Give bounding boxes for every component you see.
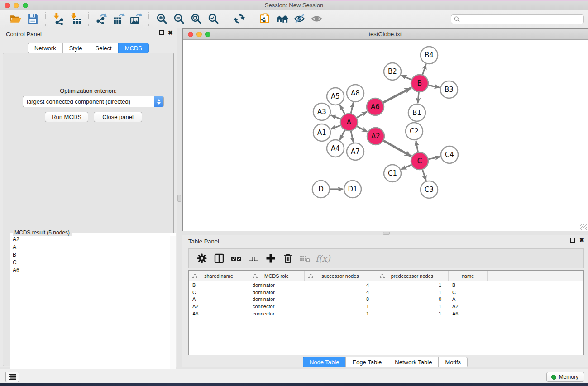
export-network-button[interactable] — [93, 11, 110, 27]
delete-row-button[interactable] — [279, 250, 296, 267]
delete-table-button[interactable] — [296, 250, 314, 267]
edge-A-A5[interactable] — [340, 105, 345, 115]
tab-mcds[interactable]: MCDS — [118, 43, 149, 53]
memory-button[interactable]: Memory — [546, 372, 584, 382]
window-resize-grip[interactable] — [580, 224, 587, 230]
result-item[interactable]: C — [10, 259, 169, 267]
edge-B-B1[interactable] — [418, 91, 419, 103]
edge-C-C3[interactable] — [422, 168, 426, 181]
horizontal-splitter-handle[interactable] — [383, 232, 390, 235]
edge-B-B4[interactable] — [422, 64, 426, 76]
tab-motifs[interactable]: Motifs — [438, 357, 468, 367]
cell-name[interactable]: C — [449, 290, 488, 295]
node-D[interactable]: D — [312, 181, 330, 198]
node-A5[interactable]: A5 — [327, 88, 344, 105]
criterion-dropdown[interactable]: largest connected component (directed) — [23, 96, 164, 107]
tab-node-table[interactable]: Node Table — [303, 357, 346, 367]
edge-A-A8[interactable] — [351, 103, 354, 115]
table-row-C[interactable]: Cdominator41C — [189, 289, 583, 296]
import-table-button[interactable] — [67, 11, 84, 27]
edge-A-A3[interactable] — [331, 115, 342, 119]
table-row-A2[interactable]: A2connector11A2 — [189, 303, 583, 310]
node-A8[interactable]: A8 — [347, 85, 364, 102]
tab-network-table[interactable]: Network Table — [388, 357, 438, 367]
network-minimize-button[interactable] — [196, 32, 202, 37]
cell-successor-nodes[interactable]: 4 — [305, 282, 376, 288]
cell-successor-nodes[interactable]: 1 — [305, 304, 376, 309]
run-mcds-button[interactable]: Run MCDS — [45, 112, 88, 122]
cell-MCDS-role[interactable]: dominator — [249, 290, 305, 295]
result-scrollbar[interactable] — [170, 236, 176, 386]
cell-predecessor-nodes[interactable]: 1 — [376, 282, 449, 288]
cell-shared-name[interactable]: B — [189, 282, 249, 288]
edge-A2-C[interactable] — [382, 140, 411, 156]
cell-shared-name[interactable]: A — [189, 296, 249, 302]
cell-name[interactable]: B — [449, 282, 488, 288]
zoom-out-button[interactable] — [170, 11, 187, 27]
node-B1[interactable]: B1 — [408, 104, 425, 121]
cell-shared-name[interactable]: A2 — [189, 304, 249, 309]
node-C4[interactable]: C4 — [441, 146, 458, 163]
deselect-all-button[interactable] — [245, 250, 262, 267]
cell-MCDS-role[interactable]: connector — [249, 311, 305, 316]
tab-network[interactable]: Network — [28, 43, 62, 53]
tab-select[interactable]: Select — [89, 43, 118, 53]
float-table-panel-icon[interactable] — [570, 238, 575, 243]
zoom-selected-button[interactable] — [205, 11, 222, 27]
result-item[interactable]: A2 — [10, 236, 169, 243]
edge-C-C4[interactable] — [427, 157, 440, 159]
cell-predecessor-nodes[interactable]: 1 — [376, 304, 449, 309]
hide-visibility-button[interactable] — [291, 11, 308, 27]
edge-C-C2[interactable] — [416, 141, 418, 154]
close-window-button[interactable] — [5, 3, 10, 8]
settings-button[interactable] — [193, 250, 210, 267]
node-A7[interactable]: A7 — [347, 143, 364, 160]
show-visibility-button[interactable] — [308, 11, 325, 27]
save-session-button[interactable] — [24, 11, 41, 27]
edge-A6-B[interactable] — [382, 88, 411, 103]
node-C3[interactable]: C3 — [421, 181, 438, 198]
add-row-button[interactable] — [262, 250, 279, 267]
network-canvas[interactable]: B4B2BB3A5A8A6B1A3AC2A1A2A4A7C4CC1DD1C3 — [183, 40, 588, 231]
node-A4[interactable]: A4 — [327, 140, 344, 157]
select-all-button[interactable] — [228, 250, 245, 267]
edge-A-A4[interactable] — [340, 129, 346, 140]
float-panel-icon[interactable] — [159, 30, 164, 35]
columns-button[interactable] — [210, 250, 228, 267]
node-C2[interactable]: C2 — [406, 123, 423, 140]
import-network-button[interactable] — [50, 11, 67, 27]
table-row-B[interactable]: Bdominator41B — [189, 281, 583, 289]
cell-name[interactable]: A — [449, 296, 488, 302]
cell-predecessor-nodes[interactable]: 1 — [376, 290, 449, 295]
cell-name[interactable]: A6 — [449, 311, 488, 316]
cell-successor-nodes[interactable]: 4 — [305, 290, 376, 295]
cell-successor-nodes[interactable]: 8 — [305, 296, 376, 302]
cell-shared-name[interactable]: C — [189, 290, 249, 295]
tab-style[interactable]: Style — [62, 43, 89, 53]
vertical-splitter-handle[interactable] — [177, 195, 181, 202]
horizontal-splitter[interactable] — [182, 231, 588, 235]
edge-B-B3[interactable] — [427, 85, 440, 88]
close-panel-button[interactable]: Close panel — [94, 112, 142, 122]
result-item[interactable]: A — [10, 243, 169, 251]
cell-MCDS-role[interactable]: dominator — [249, 282, 305, 288]
edge-A-A2[interactable] — [356, 126, 367, 132]
cell-name[interactable]: A2 — [449, 304, 488, 309]
vertical-splitter[interactable] — [177, 28, 182, 367]
node-D1[interactable]: D1 — [344, 181, 361, 198]
edge-C-C1[interactable] — [401, 164, 412, 169]
search-input[interactable] — [460, 15, 583, 23]
function-builder-button[interactable]: f(x) — [314, 253, 330, 263]
node-A6[interactable]: A6 — [367, 98, 384, 115]
edge-A-A6[interactable] — [356, 112, 367, 119]
cell-predecessor-nodes[interactable]: 1 — [376, 311, 449, 316]
node-A1[interactable]: A1 — [313, 124, 330, 141]
cell-MCDS-role[interactable]: connector — [249, 304, 305, 309]
zoom-window-button[interactable] — [23, 3, 28, 8]
table-row-A[interactable]: Adominator80A — [189, 295, 583, 303]
export-image-button[interactable] — [127, 11, 144, 27]
edge-A-A7[interactable] — [351, 130, 354, 143]
open-session-button[interactable] — [7, 11, 24, 27]
result-item[interactable]: B — [10, 251, 169, 259]
close-panel-icon[interactable]: ✖ — [168, 30, 173, 35]
